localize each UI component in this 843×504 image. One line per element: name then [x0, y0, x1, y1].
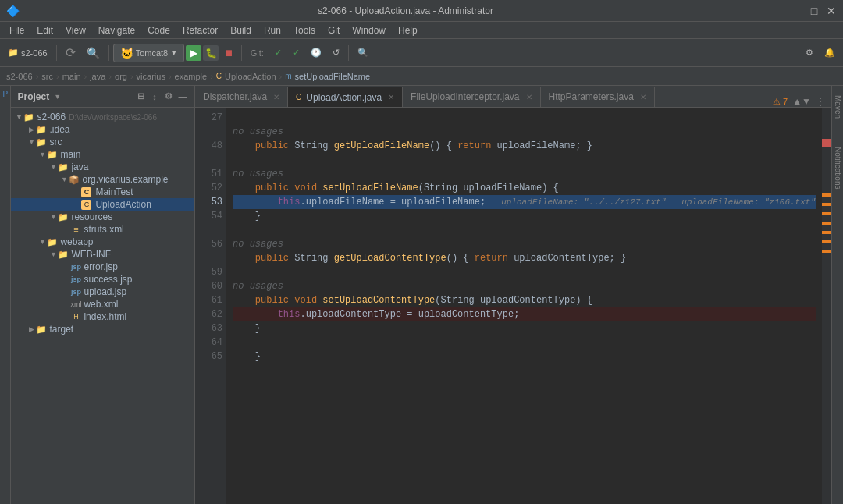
menu-build[interactable]: Build — [224, 23, 258, 37]
project-header-dropdown[interactable]: ▼ — [54, 93, 61, 101]
breadcrumb-class[interactable]: UploadAction — [225, 72, 276, 81]
notifications-button[interactable]: 🔔 — [820, 44, 840, 62]
stop-button[interactable]: ■ — [220, 44, 237, 62]
maven-tab[interactable]: Maven — [832, 89, 844, 125]
tree-error-jsp[interactable]: jsp error.jsp — [11, 261, 194, 273]
toolbar-project[interactable]: 📁 s2-066 — [3, 44, 52, 62]
tab-nav-down[interactable]: ▼ — [802, 96, 811, 107]
git-undo[interactable]: ↺ — [328, 44, 344, 62]
gutter-warning-7 — [822, 250, 831, 253]
tab-fileupload[interactable]: FileUploadInterceptor.java ✕ — [403, 87, 540, 107]
breadcrumb-org[interactable]: org — [115, 72, 127, 81]
sort-icon[interactable]: ↕ — [149, 91, 160, 102]
tree-target[interactable]: ▶ 📁 target — [11, 323, 194, 335]
tree-upload-jsp[interactable]: jsp upload.jsp — [11, 286, 194, 298]
notifications-tab[interactable]: Notifications — [832, 140, 844, 195]
tree-pkg[interactable]: ▼ 📦 org.vicarius.example — [11, 173, 194, 186]
code-line-59 — [233, 265, 816, 279]
breadcrumb-method-icon: m — [285, 72, 291, 80]
tooltip-filename2: uploadFileName: "z106.txt" — [681, 195, 816, 209]
tree-web-xml[interactable]: xml web.xml — [11, 298, 194, 311]
run-button[interactable]: ▶ — [186, 45, 201, 61]
toolbar-vcs[interactable]: ⟳ — [61, 44, 80, 62]
tree-idea-label: .idea — [49, 124, 69, 135]
tree-maintest[interactable]: C MainTest — [11, 186, 194, 198]
menu-file[interactable]: File — [3, 23, 30, 37]
breadcrumb-java[interactable]: java — [90, 72, 105, 81]
code-line-61: this.uploadContentType = uploadContentTy… — [233, 307, 816, 321]
tree-resources[interactable]: ▼ 📁 resources — [11, 211, 194, 223]
menu-edit[interactable]: Edit — [30, 23, 59, 37]
ln-60: 60 — [201, 279, 222, 293]
tree-webinf[interactable]: ▼ 📁 WEB-INF — [11, 248, 194, 261]
menu-tools[interactable]: Tools — [287, 23, 322, 37]
sidebar-project-icon[interactable]: P — [0, 89, 10, 99]
tab-nav-up[interactable]: ▲ — [792, 96, 802, 107]
tree-uploadaction-label: UploadAction — [95, 199, 151, 210]
tree-java[interactable]: ▼ 📁 java — [11, 161, 194, 173]
git-checkmark2[interactable]: ✓ — [288, 44, 304, 62]
run-config-selector[interactable]: 🐱 Tomcat8 ▼ — [113, 44, 185, 62]
menu-refactor[interactable]: Refactor — [176, 23, 224, 37]
debug-button[interactable]: 🐛 — [203, 45, 219, 61]
search-everywhere[interactable]: 🔍 — [353, 44, 373, 62]
tab-uploadaction-close[interactable]: ✕ — [388, 93, 394, 101]
code-content[interactable]: no usages public String getUploadFileNam… — [226, 108, 822, 504]
settings-button[interactable]: ⚙ — [801, 44, 818, 62]
ln-blank3 — [201, 223, 222, 237]
menu-help[interactable]: Help — [392, 23, 424, 37]
toolbar-sep4 — [348, 45, 349, 61]
maximize-button[interactable]: □ — [809, 5, 820, 16]
breadcrumb-project[interactable]: s2-066 — [6, 72, 33, 81]
tree-main[interactable]: ▼ 📁 main — [11, 148, 194, 161]
tab-fileupload-close[interactable]: ✕ — [526, 93, 532, 101]
tree-webapp[interactable]: ▼ 📁 webapp — [11, 236, 194, 248]
code-line-51 — [233, 153, 816, 167]
arrow-webapp: ▼ — [37, 238, 47, 246]
gutter-warning-2 — [822, 203, 831, 206]
code-line-blank-55 — [233, 223, 816, 237]
menu-window[interactable]: Window — [346, 23, 392, 37]
ln-61: 61 — [201, 293, 222, 307]
tab-httpparams[interactable]: HttpParameters.java ✕ — [541, 87, 655, 107]
folder-root-icon: 📁 — [23, 112, 34, 122]
breadcrumb-src[interactable]: src — [41, 72, 53, 81]
toolbar-search[interactable]: 🔍 — [82, 44, 105, 62]
right-gutter — [822, 108, 831, 504]
tree-idea[interactable]: ▶ 📁 .idea — [11, 123, 194, 136]
ln-blank2 — [201, 153, 222, 167]
tab-dispatcher-close[interactable]: ✕ — [273, 93, 279, 101]
menu-git[interactable]: Git — [322, 23, 346, 37]
menu-view[interactable]: View — [59, 23, 92, 37]
tree-uploadaction[interactable]: C UploadAction — [11, 198, 194, 211]
code-line-62: } — [233, 321, 816, 335]
tab-uploadaction[interactable]: C UploadAction.java ✕ — [288, 87, 403, 107]
tab-dispatcher[interactable]: Dispatcher.java ✕ — [195, 87, 288, 107]
close-panel-icon[interactable]: — — [177, 91, 188, 102]
tree-index-html[interactable]: H index.html — [11, 311, 194, 323]
tree-src[interactable]: ▼ 📁 src — [11, 136, 194, 148]
tree-struts[interactable]: ≡ struts.xml — [11, 223, 194, 236]
gear-icon[interactable]: ⚙ — [163, 91, 174, 102]
minimize-button[interactable]: — — [791, 5, 802, 16]
arrow-java: ▼ — [48, 163, 58, 171]
menu-code[interactable]: Code — [141, 23, 176, 37]
breadcrumb-example[interactable]: example — [175, 72, 208, 81]
breadcrumb-main[interactable]: main — [62, 72, 81, 81]
tree-success-jsp[interactable]: jsp success.jsp — [11, 273, 194, 286]
tree-root[interactable]: ▼ 📁 s2-066 D:\dev\workspace\s2-066 — [11, 111, 194, 123]
tree-error-jsp-label: error.jsp — [84, 261, 117, 272]
close-button[interactable]: ✕ — [826, 5, 837, 16]
breadcrumb-vicarius[interactable]: vicarius — [137, 72, 165, 81]
ln-51: 51 — [201, 167, 222, 181]
menu-navigate[interactable]: Navigate — [92, 23, 141, 37]
breadcrumb-method[interactable]: setUploadFileName — [295, 72, 371, 81]
collapse-all-icon[interactable]: ⊟ — [135, 91, 146, 102]
tabs-settings-icon[interactable]: ⋮ — [816, 96, 825, 107]
ln-53: 53 — [201, 195, 222, 209]
menu-run[interactable]: Run — [258, 23, 287, 37]
git-checkmark1[interactable]: ✓ — [270, 44, 286, 62]
gutter-error-1 — [822, 139, 831, 147]
git-clock[interactable]: 🕐 — [306, 44, 326, 62]
tab-httpparams-close[interactable]: ✕ — [640, 93, 646, 101]
